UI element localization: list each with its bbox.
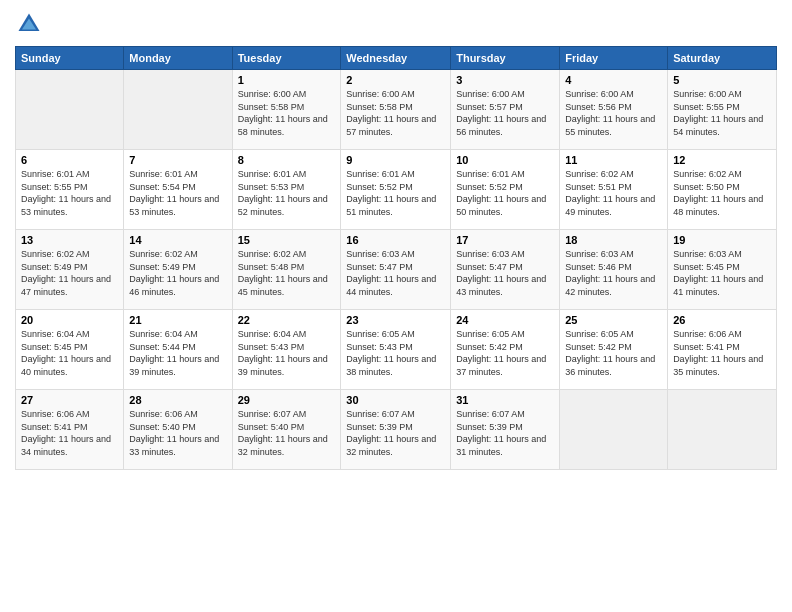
logo-icon	[15, 10, 43, 38]
calendar-cell: 12Sunrise: 6:02 AM Sunset: 5:50 PM Dayli…	[668, 150, 777, 230]
calendar-cell: 17Sunrise: 6:03 AM Sunset: 5:47 PM Dayli…	[451, 230, 560, 310]
day-number: 8	[238, 154, 336, 166]
day-info: Sunrise: 6:01 AM Sunset: 5:55 PM Dayligh…	[21, 168, 118, 218]
calendar-cell: 14Sunrise: 6:02 AM Sunset: 5:49 PM Dayli…	[124, 230, 232, 310]
day-number: 2	[346, 74, 445, 86]
calendar-cell: 13Sunrise: 6:02 AM Sunset: 5:49 PM Dayli…	[16, 230, 124, 310]
day-number: 21	[129, 314, 226, 326]
day-number: 11	[565, 154, 662, 166]
day-info: Sunrise: 6:00 AM Sunset: 5:56 PM Dayligh…	[565, 88, 662, 138]
calendar-cell	[560, 390, 668, 470]
calendar-cell: 1Sunrise: 6:00 AM Sunset: 5:58 PM Daylig…	[232, 70, 341, 150]
calendar-cell: 26Sunrise: 6:06 AM Sunset: 5:41 PM Dayli…	[668, 310, 777, 390]
day-info: Sunrise: 6:01 AM Sunset: 5:53 PM Dayligh…	[238, 168, 336, 218]
week-row-2: 6Sunrise: 6:01 AM Sunset: 5:55 PM Daylig…	[16, 150, 777, 230]
week-row-1: 1Sunrise: 6:00 AM Sunset: 5:58 PM Daylig…	[16, 70, 777, 150]
calendar-cell: 22Sunrise: 6:04 AM Sunset: 5:43 PM Dayli…	[232, 310, 341, 390]
calendar-cell: 23Sunrise: 6:05 AM Sunset: 5:43 PM Dayli…	[341, 310, 451, 390]
day-number: 24	[456, 314, 554, 326]
day-header-friday: Friday	[560, 47, 668, 70]
day-number: 5	[673, 74, 771, 86]
calendar-cell	[668, 390, 777, 470]
day-info: Sunrise: 6:03 AM Sunset: 5:47 PM Dayligh…	[456, 248, 554, 298]
day-info: Sunrise: 6:00 AM Sunset: 5:58 PM Dayligh…	[346, 88, 445, 138]
day-info: Sunrise: 6:01 AM Sunset: 5:52 PM Dayligh…	[346, 168, 445, 218]
day-number: 15	[238, 234, 336, 246]
day-info: Sunrise: 6:04 AM Sunset: 5:44 PM Dayligh…	[129, 328, 226, 378]
logo	[15, 10, 47, 38]
day-info: Sunrise: 6:00 AM Sunset: 5:58 PM Dayligh…	[238, 88, 336, 138]
calendar-cell: 6Sunrise: 6:01 AM Sunset: 5:55 PM Daylig…	[16, 150, 124, 230]
day-info: Sunrise: 6:03 AM Sunset: 5:47 PM Dayligh…	[346, 248, 445, 298]
day-number: 12	[673, 154, 771, 166]
day-info: Sunrise: 6:04 AM Sunset: 5:43 PM Dayligh…	[238, 328, 336, 378]
calendar-body: 1Sunrise: 6:00 AM Sunset: 5:58 PM Daylig…	[16, 70, 777, 470]
day-info: Sunrise: 6:02 AM Sunset: 5:51 PM Dayligh…	[565, 168, 662, 218]
calendar-cell: 24Sunrise: 6:05 AM Sunset: 5:42 PM Dayli…	[451, 310, 560, 390]
calendar-cell: 18Sunrise: 6:03 AM Sunset: 5:46 PM Dayli…	[560, 230, 668, 310]
day-number: 14	[129, 234, 226, 246]
day-number: 3	[456, 74, 554, 86]
calendar-cell: 19Sunrise: 6:03 AM Sunset: 5:45 PM Dayli…	[668, 230, 777, 310]
calendar-cell: 29Sunrise: 6:07 AM Sunset: 5:40 PM Dayli…	[232, 390, 341, 470]
day-number: 31	[456, 394, 554, 406]
day-info: Sunrise: 6:00 AM Sunset: 5:57 PM Dayligh…	[456, 88, 554, 138]
header-row: SundayMondayTuesdayWednesdayThursdayFrid…	[16, 47, 777, 70]
page-header	[15, 10, 777, 38]
day-number: 28	[129, 394, 226, 406]
calendar-cell: 4Sunrise: 6:00 AM Sunset: 5:56 PM Daylig…	[560, 70, 668, 150]
day-info: Sunrise: 6:05 AM Sunset: 5:42 PM Dayligh…	[456, 328, 554, 378]
calendar-cell: 21Sunrise: 6:04 AM Sunset: 5:44 PM Dayli…	[124, 310, 232, 390]
day-info: Sunrise: 6:02 AM Sunset: 5:50 PM Dayligh…	[673, 168, 771, 218]
day-number: 19	[673, 234, 771, 246]
day-info: Sunrise: 6:07 AM Sunset: 5:39 PM Dayligh…	[456, 408, 554, 458]
day-number: 26	[673, 314, 771, 326]
day-info: Sunrise: 6:04 AM Sunset: 5:45 PM Dayligh…	[21, 328, 118, 378]
day-info: Sunrise: 6:07 AM Sunset: 5:40 PM Dayligh…	[238, 408, 336, 458]
calendar-cell: 10Sunrise: 6:01 AM Sunset: 5:52 PM Dayli…	[451, 150, 560, 230]
calendar-cell	[124, 70, 232, 150]
calendar-cell: 27Sunrise: 6:06 AM Sunset: 5:41 PM Dayli…	[16, 390, 124, 470]
calendar-cell: 5Sunrise: 6:00 AM Sunset: 5:55 PM Daylig…	[668, 70, 777, 150]
calendar-cell: 30Sunrise: 6:07 AM Sunset: 5:39 PM Dayli…	[341, 390, 451, 470]
calendar-cell: 16Sunrise: 6:03 AM Sunset: 5:47 PM Dayli…	[341, 230, 451, 310]
calendar-cell: 7Sunrise: 6:01 AM Sunset: 5:54 PM Daylig…	[124, 150, 232, 230]
day-info: Sunrise: 6:06 AM Sunset: 5:41 PM Dayligh…	[673, 328, 771, 378]
calendar-cell	[16, 70, 124, 150]
day-header-wednesday: Wednesday	[341, 47, 451, 70]
calendar-cell: 3Sunrise: 6:00 AM Sunset: 5:57 PM Daylig…	[451, 70, 560, 150]
day-number: 20	[21, 314, 118, 326]
calendar-cell: 15Sunrise: 6:02 AM Sunset: 5:48 PM Dayli…	[232, 230, 341, 310]
day-number: 9	[346, 154, 445, 166]
week-row-3: 13Sunrise: 6:02 AM Sunset: 5:49 PM Dayli…	[16, 230, 777, 310]
day-number: 16	[346, 234, 445, 246]
calendar-cell: 25Sunrise: 6:05 AM Sunset: 5:42 PM Dayli…	[560, 310, 668, 390]
day-info: Sunrise: 6:05 AM Sunset: 5:42 PM Dayligh…	[565, 328, 662, 378]
day-info: Sunrise: 6:07 AM Sunset: 5:39 PM Dayligh…	[346, 408, 445, 458]
calendar-cell: 20Sunrise: 6:04 AM Sunset: 5:45 PM Dayli…	[16, 310, 124, 390]
day-number: 22	[238, 314, 336, 326]
day-number: 27	[21, 394, 118, 406]
day-number: 25	[565, 314, 662, 326]
day-info: Sunrise: 6:01 AM Sunset: 5:52 PM Dayligh…	[456, 168, 554, 218]
calendar-header: SundayMondayTuesdayWednesdayThursdayFrid…	[16, 47, 777, 70]
day-number: 23	[346, 314, 445, 326]
day-info: Sunrise: 6:02 AM Sunset: 5:49 PM Dayligh…	[21, 248, 118, 298]
day-header-tuesday: Tuesday	[232, 47, 341, 70]
day-number: 30	[346, 394, 445, 406]
day-info: Sunrise: 6:06 AM Sunset: 5:41 PM Dayligh…	[21, 408, 118, 458]
page-container: SundayMondayTuesdayWednesdayThursdayFrid…	[0, 0, 792, 480]
day-number: 13	[21, 234, 118, 246]
week-row-4: 20Sunrise: 6:04 AM Sunset: 5:45 PM Dayli…	[16, 310, 777, 390]
calendar-cell: 11Sunrise: 6:02 AM Sunset: 5:51 PM Dayli…	[560, 150, 668, 230]
day-info: Sunrise: 6:02 AM Sunset: 5:49 PM Dayligh…	[129, 248, 226, 298]
day-header-monday: Monday	[124, 47, 232, 70]
calendar-cell: 28Sunrise: 6:06 AM Sunset: 5:40 PM Dayli…	[124, 390, 232, 470]
day-info: Sunrise: 6:03 AM Sunset: 5:45 PM Dayligh…	[673, 248, 771, 298]
week-row-5: 27Sunrise: 6:06 AM Sunset: 5:41 PM Dayli…	[16, 390, 777, 470]
calendar-cell: 31Sunrise: 6:07 AM Sunset: 5:39 PM Dayli…	[451, 390, 560, 470]
day-info: Sunrise: 6:05 AM Sunset: 5:43 PM Dayligh…	[346, 328, 445, 378]
day-number: 7	[129, 154, 226, 166]
day-info: Sunrise: 6:01 AM Sunset: 5:54 PM Dayligh…	[129, 168, 226, 218]
day-header-thursday: Thursday	[451, 47, 560, 70]
